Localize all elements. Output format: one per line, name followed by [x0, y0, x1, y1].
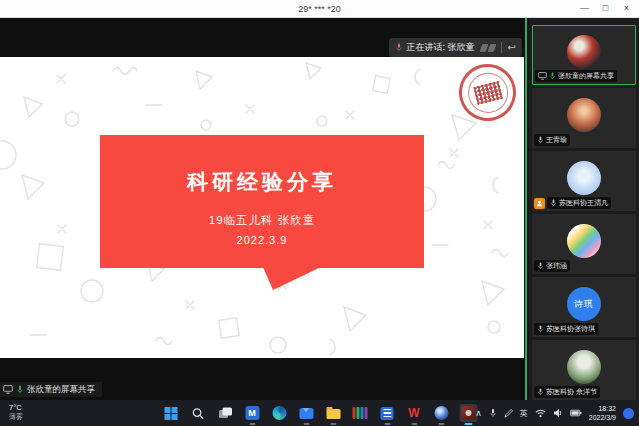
- system-tray: ∧ 英 18:32 2022/3/9: [475, 400, 634, 426]
- window-title: 29* *** *20: [298, 4, 341, 14]
- search-button[interactable]: [189, 404, 207, 422]
- avatar: [567, 350, 601, 384]
- participant-tile-screen-share[interactable]: 张欣童的屏幕共享: [532, 25, 636, 85]
- tray-date: 2022/3/9: [589, 413, 616, 422]
- winrar-icon: [353, 407, 368, 419]
- presentation-slide: 科研经验分享 19临五儿科 张欣童 2022.3.9: [0, 57, 524, 358]
- taskbar-clock[interactable]: 18:32 2022/3/9: [589, 404, 616, 422]
- task-view-button[interactable]: [216, 404, 234, 422]
- participant-name: 张欣童的屏幕共享: [558, 71, 614, 81]
- windows-logo-icon: [165, 407, 178, 420]
- avatar: [567, 98, 601, 132]
- app-m-button[interactable]: M: [243, 404, 261, 422]
- mic-active-icon: [549, 72, 556, 80]
- participant-tile[interactable]: 王青瑜: [532, 88, 636, 148]
- windows-taskbar: 7°C 薄雾 M: [0, 400, 639, 426]
- wps-button[interactable]: W: [405, 404, 423, 422]
- participant-name: 张玮涵: [546, 261, 567, 271]
- winrar-button[interactable]: [351, 404, 369, 422]
- participant-name: 王青瑜: [546, 135, 567, 145]
- host-badge-icon: [534, 198, 545, 209]
- docs-app-button[interactable]: [378, 404, 396, 422]
- window-titlebar: 29* *** *20 — □ ×: [0, 0, 639, 18]
- meeting-app-icon: [461, 406, 475, 420]
- wifi-icon[interactable]: [535, 409, 546, 418]
- tray-mic-icon[interactable]: [489, 408, 497, 418]
- window-controls: — □ ×: [574, 0, 637, 17]
- participant-tile-host[interactable]: 苏医科协王清凡: [532, 151, 636, 211]
- notification-badge[interactable]: [623, 408, 634, 419]
- avatar-initials: 诗琪: [574, 298, 594, 311]
- slide-subtitle: 19临五儿科 张欣童: [100, 213, 424, 228]
- volume-icon[interactable]: [553, 408, 563, 418]
- participant-tile[interactable]: 诗琪 苏医科协张诗琪: [532, 277, 636, 337]
- avatar: 诗琪: [567, 287, 601, 321]
- tray-time: 18:32: [589, 404, 616, 413]
- mic-active-icon: [16, 385, 24, 394]
- file-explorer-button[interactable]: [324, 404, 342, 422]
- edge-browser-button[interactable]: [270, 404, 288, 422]
- divider: [501, 42, 502, 53]
- mail-icon: [299, 408, 313, 419]
- screen-share-badge: 张欣童的屏幕共享: [0, 382, 102, 397]
- participant-tile[interactable]: 苏医科协 佘洋节: [532, 340, 636, 400]
- meeting-window: 正在讲话: 张欣童 ↩: [0, 18, 639, 400]
- participant-name: 苏医科协王清凡: [559, 198, 608, 208]
- speaking-banner: 正在讲话: 张欣童 ↩: [389, 38, 522, 57]
- app-m-icon: M: [245, 406, 259, 420]
- avatar: [567, 224, 601, 258]
- weather-widget[interactable]: 7°C 薄雾: [9, 404, 23, 421]
- bubble-tail: [255, 267, 325, 291]
- monitor-icon: [3, 385, 13, 394]
- tray-chevron-icon[interactable]: ∧: [475, 409, 482, 418]
- mic-icon: [537, 325, 544, 333]
- avatar: [567, 161, 601, 195]
- screen-share-stage: 正在讲话: 张欣童 ↩: [0, 18, 527, 400]
- browser-button[interactable]: [432, 404, 450, 422]
- collapse-arrow-icon[interactable]: ↩: [508, 43, 516, 53]
- taskbar-app-icons: M W: [162, 400, 477, 426]
- search-icon: [192, 407, 205, 420]
- monitor-icon: [538, 72, 547, 80]
- mail-button[interactable]: [297, 404, 315, 422]
- close-button[interactable]: ×: [616, 0, 637, 17]
- microphone-icon: [395, 43, 403, 52]
- share-badge-label: 张欣童的屏幕共享: [27, 384, 95, 396]
- minimize-button[interactable]: —: [574, 0, 595, 17]
- mic-icon: [537, 136, 544, 144]
- mic-icon: [550, 199, 557, 207]
- participant-name: 苏医科协 佘洋节: [546, 387, 597, 397]
- wps-icon: W: [408, 407, 419, 419]
- slide-title: 科研经验分享: [100, 168, 424, 196]
- maximize-button[interactable]: □: [595, 0, 616, 17]
- participants-panel: 张欣童的屏幕共享 王青瑜: [529, 18, 639, 400]
- folder-icon: [326, 409, 340, 419]
- edge-icon: [272, 406, 286, 420]
- participant-name: 苏医科协张诗琪: [546, 324, 595, 334]
- battery-icon[interactable]: [570, 409, 582, 417]
- start-button[interactable]: [162, 404, 180, 422]
- slide-date: 2022.3.9: [100, 234, 424, 246]
- browser-icon: [434, 406, 448, 420]
- docs-icon: [381, 407, 394, 420]
- participant-tile[interactable]: 张玮涵: [532, 214, 636, 274]
- weather-temperature: 7°C: [9, 404, 23, 413]
- mic-icon: [537, 262, 544, 270]
- speaking-label: 正在讲话: 张欣童: [407, 41, 475, 54]
- avatar: [567, 35, 601, 69]
- task-view-icon: [218, 407, 232, 419]
- title-bubble: 科研经验分享 19临五儿科 张欣童 2022.3.9: [100, 135, 424, 268]
- mic-icon: [537, 388, 544, 396]
- ime-indicator[interactable]: 英: [520, 408, 528, 419]
- weather-condition: 薄雾: [9, 413, 23, 421]
- volume-level-icon: [481, 44, 495, 52]
- pen-icon[interactable]: [504, 409, 513, 418]
